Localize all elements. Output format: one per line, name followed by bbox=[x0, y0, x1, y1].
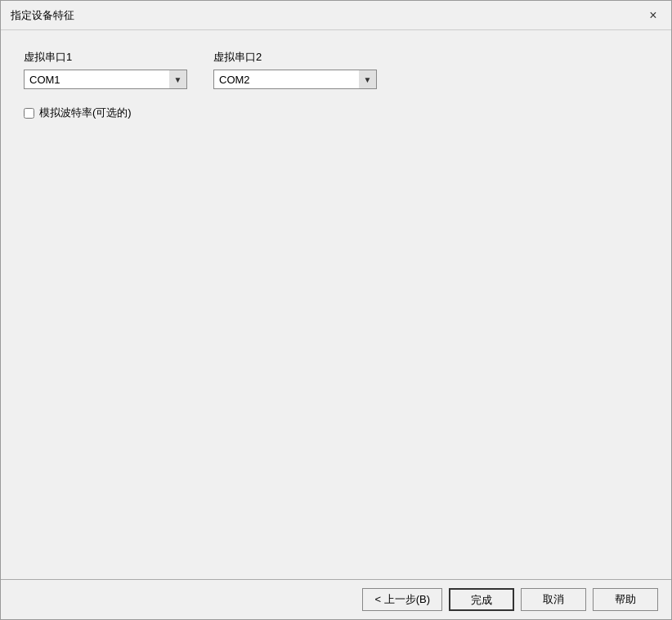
port2-select[interactable]: COM1 COM2 COM3 COM4 bbox=[213, 70, 377, 89]
cancel-button[interactable]: 取消 bbox=[521, 588, 586, 611]
dialog: 指定设备特征 × 虚拟串口1 COM1 COM2 COM3 COM4 ▼ bbox=[0, 0, 672, 620]
content-area: 虚拟串口1 COM1 COM2 COM3 COM4 ▼ 虚拟串口2 COM1 bbox=[1, 30, 671, 579]
close-button[interactable]: × bbox=[645, 7, 661, 24]
dialog-title: 指定设备特征 bbox=[11, 8, 74, 23]
spacer bbox=[24, 133, 648, 559]
port1-select-wrapper: COM1 COM2 COM3 COM4 ▼ bbox=[24, 70, 187, 89]
title-bar: 指定设备特征 × bbox=[1, 1, 671, 30]
port1-select[interactable]: COM1 COM2 COM3 COM4 bbox=[24, 70, 187, 89]
footer: < 上一步(B) 完成 取消 帮助 bbox=[1, 579, 671, 619]
help-button[interactable]: 帮助 bbox=[593, 588, 658, 611]
baud-rate-checkbox[interactable] bbox=[24, 108, 34, 119]
baud-rate-checkbox-label[interactable]: 模拟波特率(可选的) bbox=[39, 106, 132, 120]
port1-label: 虚拟串口1 bbox=[24, 50, 187, 65]
back-button[interactable]: < 上一步(B) bbox=[362, 588, 442, 611]
checkbox-row: 模拟波特率(可选的) bbox=[24, 106, 648, 120]
finish-button[interactable]: 完成 bbox=[449, 588, 514, 611]
port2-select-wrapper: COM1 COM2 COM3 COM4 ▼ bbox=[213, 70, 377, 89]
port-row: 虚拟串口1 COM1 COM2 COM3 COM4 ▼ 虚拟串口2 COM1 bbox=[24, 50, 648, 89]
port1-group: 虚拟串口1 COM1 COM2 COM3 COM4 ▼ bbox=[24, 50, 187, 89]
port2-label: 虚拟串口2 bbox=[213, 50, 377, 65]
port2-group: 虚拟串口2 COM1 COM2 COM3 COM4 ▼ bbox=[213, 50, 377, 89]
